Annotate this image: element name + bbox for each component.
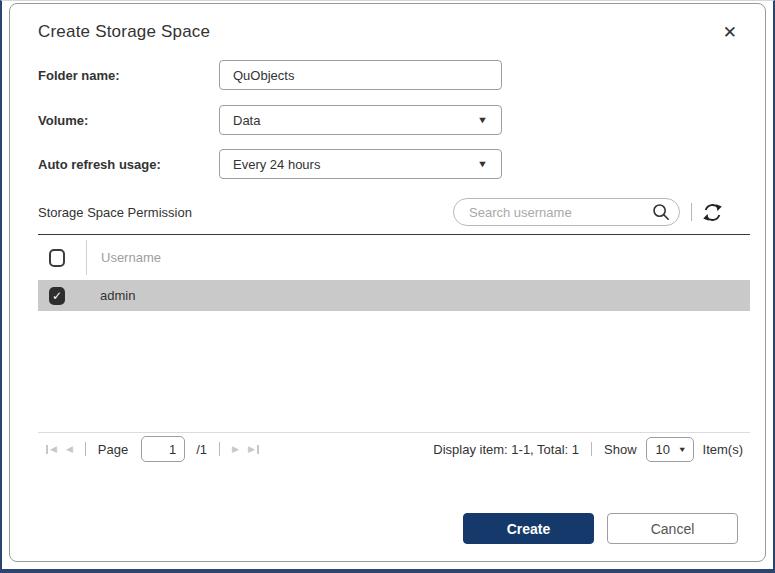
divider xyxy=(591,442,592,456)
search-icon[interactable] xyxy=(651,202,671,222)
select-all-checkbox[interactable] xyxy=(49,249,65,267)
pagination-controls: ◀ ◀ Page /1 ▶ ▶ xyxy=(38,436,259,462)
page-size-select[interactable]: 10 ▼ xyxy=(646,437,694,462)
row-checkbox-cell: ✓ xyxy=(38,287,86,305)
page-size-value: 10 xyxy=(656,442,670,457)
show-label: Show xyxy=(604,442,637,457)
permission-section-label: Storage Space Permission xyxy=(38,205,192,220)
page-number-input[interactable] xyxy=(141,436,185,462)
auto-refresh-select[interactable]: Every 24 hours ▼ xyxy=(219,149,502,179)
permission-table: Username ✓ admin xyxy=(38,234,750,432)
pagination-summary: Display item: 1-1, Total: 1 Show 10 ▼ It… xyxy=(433,437,750,462)
search-username-pill xyxy=(453,198,680,226)
items-label: Item(s) xyxy=(703,442,743,457)
volume-select[interactable]: Data ▼ xyxy=(219,105,502,135)
chevron-down-icon: ▼ xyxy=(477,115,488,125)
page-total: /1 xyxy=(196,442,207,457)
chevron-down-icon: ▼ xyxy=(477,159,488,169)
create-button[interactable]: Create xyxy=(463,513,594,544)
page-title: Create Storage Space xyxy=(38,22,210,42)
volume-row: Volume: Data ▼ xyxy=(38,105,737,135)
table-header-row: Username xyxy=(38,235,750,280)
row-checkbox[interactable]: ✓ xyxy=(49,287,65,305)
divider xyxy=(691,203,692,221)
username-cell: admin xyxy=(86,280,750,311)
folder-name-label: Folder name: xyxy=(38,68,219,83)
cancel-button[interactable]: Cancel xyxy=(607,513,738,544)
auto-refresh-row: Auto refresh usage: Every 24 hours ▼ xyxy=(38,149,737,179)
select-all-cell xyxy=(38,249,86,267)
volume-selected-value: Data xyxy=(233,113,260,128)
last-page-button[interactable]: ▶ xyxy=(248,445,259,454)
prev-page-button[interactable]: ◀ xyxy=(66,445,73,454)
folder-name-input[interactable] xyxy=(219,60,502,90)
divider xyxy=(219,442,220,456)
search-input[interactable] xyxy=(469,205,651,220)
chevron-down-icon: ▼ xyxy=(678,445,687,454)
next-page-button[interactable]: ▶ xyxy=(232,445,239,454)
refresh-button[interactable] xyxy=(702,202,723,223)
volume-label: Volume: xyxy=(38,113,219,128)
page-label: Page xyxy=(98,442,128,457)
table-row[interactable]: ✓ admin xyxy=(38,280,750,311)
refresh-icon xyxy=(702,202,723,223)
first-page-button[interactable]: ◀ xyxy=(46,445,57,454)
dialog-footer: Create Cancel xyxy=(10,513,765,544)
pagination-bar: ◀ ◀ Page /1 ▶ ▶ Display item: 1-1, Total… xyxy=(38,432,750,465)
table-empty-area xyxy=(38,311,750,432)
auto-refresh-label: Auto refresh usage: xyxy=(38,157,219,172)
display-item-text: Display item: 1-1, Total: 1 xyxy=(433,442,579,457)
close-icon[interactable]: ✕ xyxy=(721,22,739,43)
auto-refresh-selected-value: Every 24 hours xyxy=(233,157,320,172)
folder-name-row: Folder name: xyxy=(38,60,737,90)
create-storage-space-dialog: Create Storage Space ✕ Folder name: Volu… xyxy=(9,3,766,562)
username-column-header: Username xyxy=(86,240,750,275)
divider xyxy=(85,442,86,456)
window-frame: Create Storage Space ✕ Folder name: Volu… xyxy=(0,0,775,573)
permission-section-header: Storage Space Permission xyxy=(38,198,737,226)
dialog-header: Create Storage Space ✕ xyxy=(38,22,739,43)
